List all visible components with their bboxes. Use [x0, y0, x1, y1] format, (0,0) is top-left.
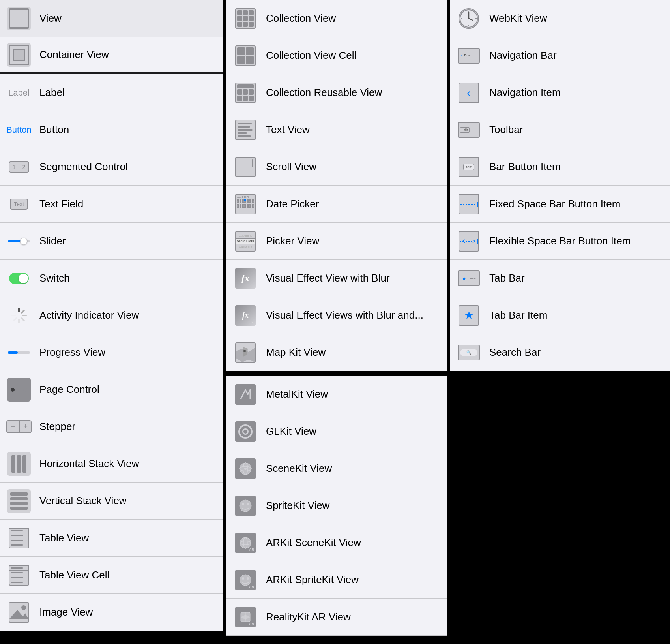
item-label: Image View: [39, 606, 93, 618]
item-label: WebKit View: [489, 12, 547, 24]
list-item[interactable]: ‹ Title Navigation Bar: [450, 37, 670, 74]
navitem-icon: ‹: [456, 80, 481, 105]
list-item[interactable]: AR ARKit SpriteKit View: [226, 561, 447, 599]
item-label: View: [39, 12, 62, 24]
item-label: Picker View: [266, 235, 319, 247]
svg-line-1: [22, 310, 24, 313]
list-item[interactable]: Horizontal Stack View: [0, 445, 223, 483]
pagecontrol-icon: [6, 377, 32, 402]
item-label: Switch: [39, 272, 70, 284]
list-item[interactable]: Map Kit View: [226, 334, 447, 371]
container-view-icon: [6, 42, 32, 68]
list-item[interactable]: 1 2 Segmented Control: [0, 148, 223, 186]
list-item[interactable]: Text Text Field: [0, 186, 223, 223]
list-item[interactable]: Text View: [226, 111, 447, 148]
list-item[interactable]: Collection View: [226, 0, 447, 37]
list-item[interactable]: Scroll View: [226, 148, 447, 186]
item-label: MetalKit View: [266, 388, 328, 400]
svg-line-7: [14, 310, 16, 313]
list-item[interactable]: SpriteKit View: [226, 487, 447, 524]
item-label: Progress View: [39, 346, 105, 359]
list-item[interactable]: Label Label: [0, 74, 223, 111]
column-3: WebKit View ‹ Title Navigation Bar ‹ Nav…: [447, 0, 670, 371]
item-label: Tab Bar: [489, 272, 525, 284]
searchbar-icon: 🔍: [456, 340, 481, 365]
list-item[interactable]: ★ ••• Tab Bar: [450, 260, 670, 297]
list-item[interactable]: Image View: [0, 594, 223, 631]
list-item[interactable]: Collection Reusable View: [226, 74, 447, 111]
list-item[interactable]: Vertical Stack View: [0, 483, 223, 520]
list-item[interactable]: Container View: [0, 37, 223, 74]
svg-point-9: [21, 605, 26, 610]
toolbar-icon: Edit: [456, 117, 481, 143]
list-item[interactable]: Table View Cell: [0, 557, 223, 594]
list-item[interactable]: Flexible Space Bar Button Item: [450, 223, 670, 260]
metalkit-icon: [233, 382, 258, 407]
list-item[interactable]: Activity Indicator View: [0, 297, 223, 334]
svg-point-31: [468, 18, 470, 19]
button-icon: Button: [6, 117, 32, 143]
collview-icon: [233, 6, 258, 31]
view-icon: [6, 6, 32, 31]
list-item[interactable]: − + Stepper: [0, 408, 223, 445]
arkit-spritekit-icon: AR: [233, 567, 258, 593]
list-item[interactable]: GLKit View: [226, 413, 447, 450]
item-label: Table View Cell: [39, 569, 109, 581]
arkit-scenekit-icon: AR: [233, 530, 258, 556]
vstack-icon: [6, 488, 32, 514]
item-label: Container View: [39, 49, 109, 61]
progress-icon: [6, 340, 32, 365]
item-label: Collection View Cell: [266, 49, 356, 62]
list-item[interactable]: Table View: [0, 520, 223, 557]
list-item[interactable]: Switch: [0, 260, 223, 297]
list-item[interactable]: AR ARKit SceneKit View: [226, 524, 447, 561]
tableviewcell-icon: [6, 563, 32, 588]
item-label: Flexible Space Bar Button Item: [489, 235, 631, 247]
list-item[interactable]: SceneKit View: [226, 450, 447, 487]
svg-point-20: [240, 537, 251, 548]
list-item[interactable]: Button Button: [0, 111, 223, 148]
spritekit-icon: [233, 493, 258, 518]
tabbar-icon: ★ •••: [456, 266, 481, 291]
slider-icon: [6, 229, 32, 254]
item-label: Scroll View: [266, 161, 316, 173]
item-label: Slider: [39, 235, 66, 247]
list-item[interactable]: MetalKit View: [226, 376, 447, 413]
list-item[interactable]: Page Control: [0, 371, 223, 408]
item-label: Map Kit View: [266, 346, 326, 359]
svg-line-3: [22, 318, 24, 321]
list-item[interactable]: Edit Toolbar: [450, 111, 670, 148]
list-item[interactable]: Cupertino Santa Clara California Picker …: [226, 223, 447, 260]
collcell-icon: [233, 43, 258, 68]
item-label: Navigation Item: [489, 86, 561, 99]
list-item[interactable]: 🔍 Search Bar: [450, 334, 670, 371]
list-item[interactable]: Fixed Space Bar Button Item: [450, 186, 670, 223]
list-item[interactable]: ★ Tab Bar Item: [450, 297, 670, 334]
item-label: Text Field: [39, 198, 83, 210]
svg-line-5: [14, 318, 16, 321]
list-item[interactable]: fx Visual Effect View with Blur: [226, 260, 447, 297]
column-1: View Container View Label Label Button B…: [0, 0, 223, 631]
datepicker-icon: Apr 1 1976: [233, 192, 258, 217]
list-item[interactable]: View: [0, 0, 223, 37]
list-item[interactable]: AR RealityKit AR View: [226, 599, 447, 636]
item-label: Search Bar: [489, 346, 541, 359]
list-item[interactable]: Item Bar Button Item: [450, 148, 670, 186]
item-label: Text View: [266, 124, 310, 136]
item-label: Segmented Control: [39, 161, 128, 173]
list-item[interactable]: fx v Visual Effect Views with Blur and..…: [226, 297, 447, 334]
item-label: Activity Indicator View: [39, 309, 139, 321]
mapkit-icon: [233, 340, 258, 365]
item-label: Collection Reusable View: [266, 86, 382, 99]
list-item[interactable]: Progress View: [0, 334, 223, 371]
textfield-icon: Text: [6, 192, 32, 217]
list-item[interactable]: Collection View Cell: [226, 37, 447, 74]
list-item[interactable]: ‹ Navigation Item: [450, 74, 670, 111]
svg-point-24: [242, 577, 244, 580]
list-item[interactable]: WebKit View: [450, 0, 670, 37]
list-item[interactable]: Slider: [0, 223, 223, 260]
item-label: ARKit SpriteKit View: [266, 574, 359, 586]
list-item[interactable]: Apr 1 1976 Date Picker: [226, 186, 447, 223]
scrollview-icon: [233, 154, 258, 180]
navbar-icon: ‹ Title: [456, 43, 481, 68]
